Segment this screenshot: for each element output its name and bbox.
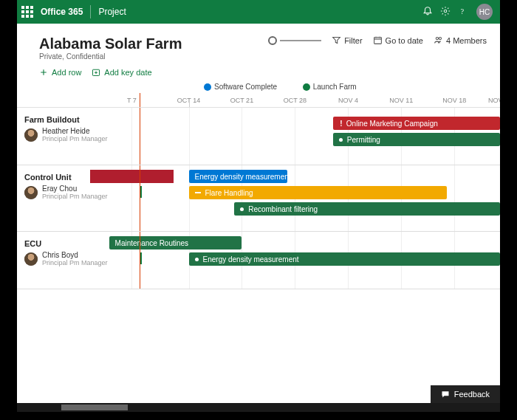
owner-role: Principal Pm Manager [42,135,108,142]
owner-name: Heather Heide [42,127,108,135]
owner-avatar [24,252,38,266]
bullet-icon [195,258,199,261]
suite-name: Office 365 [41,7,83,17]
task-label: Flare Handling [205,189,253,197]
task-bar[interactable]: Maintenance Routines [109,236,242,249]
goto-date-button[interactable]: Go to date [373,35,423,45]
timeline-group: Control UnitEray ChouPrincipal Pm Manage… [17,165,500,232]
task-label: Energy density measurement [195,173,288,181]
svg-point-3 [436,37,438,39]
project-title: Alabama Solar Farm [39,35,182,52]
project-header: Alabama Solar Farm Private, Confidential… [17,24,500,68]
group-owner[interactable]: Chris BoydPrincipal Pm Manager [24,251,114,266]
timeline-date: NOV 4 [338,97,358,104]
today-indicator [140,108,140,165]
divider [90,5,91,18]
timeline-group: Farm BuildoutHeather HeidePrincipal Pm M… [17,108,500,165]
bullet-icon [240,207,244,211]
milestone-label: Software Complete [214,83,277,91]
task-bar[interactable]: Energy density measurement [189,170,288,183]
group-owner[interactable]: Heather HeidePrincipal Pm Manager [24,127,114,142]
members-button[interactable]: 4 Members [434,35,487,45]
owner-role: Principal Pm Manager [42,193,108,200]
add-key-date-button[interactable]: Add key date [92,68,151,77]
timeline: T 7OCT 14OCT 21OCT 28NOV 4NOV 11NOV 18NO… [17,83,500,403]
today-indicator [140,165,140,231]
svg-text:?: ? [461,7,465,15]
owner-name: Chris Boyd [42,251,108,259]
members-label: 4 Members [446,36,487,45]
dash-icon [195,192,201,193]
settings-icon[interactable] [436,6,454,18]
zoom-track [280,40,321,41]
filter-label: Filter [344,36,362,45]
group-chart[interactable]: Energy density measurementFlare Handling… [120,165,500,231]
milestone[interactable]: Launch Farm [303,83,357,91]
group-title: ECU [24,239,114,248]
notifications-icon[interactable] [419,6,436,18]
add-key-date-label: Add key date [104,68,151,77]
task-bar[interactable] [90,170,174,183]
gridline [189,108,190,165]
gridline [131,108,132,165]
task-bar[interactable]: !Online Marketing Campaign [333,117,500,130]
task-label: Permitting [347,136,380,144]
today-indicator [140,232,140,289]
group-label: Farm BuildoutHeather HeidePrincipal Pm M… [17,108,120,165]
task-bar[interactable]: Energy density measurement [189,252,500,266]
timeline-date: OCT 21 [230,97,253,104]
project-subtitle: Private, Confidential [39,52,182,61]
command-bar: Add row Add key date [17,68,500,83]
owner-name: Eray Chou [42,185,108,193]
task-label: Online Marketing Campaign [346,120,438,128]
feedback-label: Feedback [454,390,490,399]
add-row-button[interactable]: Add row [39,68,81,77]
milestone-label: Launch Farm [313,83,357,91]
app-launcher-icon[interactable] [21,6,33,18]
app-name: Project [98,7,126,17]
timeline-date: T 7 [127,97,137,104]
owner-role: Principal Pm Manager [42,259,108,266]
timeline-header: T 7OCT 14OCT 21OCT 28NOV 4NOV 11NOV 18NO… [17,83,500,108]
group-label: ECUChris BoydPrincipal Pm Manager [17,232,120,289]
task-bar[interactable]: Permitting [333,133,500,146]
help-icon[interactable]: ? [454,6,472,18]
task-label: Maintenance Routines [115,239,189,247]
milestone[interactable]: Software Complete [204,83,277,91]
owner-avatar [24,186,38,199]
milestone-dot-icon [204,83,211,91]
gridline [295,108,295,165]
timeline-group: ECUChris BoydPrincipal Pm ManagerMainten… [17,232,500,289]
group-chart[interactable]: !Online Marketing CampaignPermitting [120,108,500,165]
scrollbar-thumb[interactable] [61,404,128,410]
group-owner[interactable]: Eray ChouPrincipal Pm Manager [24,185,114,200]
filter-button[interactable]: Filter [332,35,362,45]
svg-rect-2 [374,37,381,44]
task-label: Recombinant filtering [248,205,318,213]
bullet-icon [339,138,343,142]
horizontal-scrollbar[interactable] [17,403,500,412]
task-bar[interactable]: Flare Handling [189,186,448,199]
milestone-dot-icon [303,83,310,91]
owner-avatar [24,128,38,142]
timeline-date: OCT 28 [284,97,307,104]
zoom-thumb[interactable] [268,36,277,45]
task-bar[interactable]: Recombinant filtering [234,202,500,216]
gridline [242,108,242,165]
feedback-button[interactable]: Feedback [431,385,500,403]
today-indicator [140,93,140,107]
add-row-label: Add row [52,68,81,77]
timeline-date: NOV 25 [488,97,500,104]
timeline-date: NOV 18 [442,97,466,104]
group-chart[interactable]: Maintenance RoutinesEnergy density measu… [120,232,500,289]
titlebar: Office 365 Project ? HC [17,0,500,24]
user-avatar[interactable]: HC [476,4,493,20]
svg-point-0 [444,10,447,13]
timeline-date: NOV 11 [389,97,413,104]
zoom-slider[interactable] [268,36,321,45]
goto-date-label: Go to date [386,36,423,45]
task-label: Energy density measurement [203,255,299,264]
group-title: Farm Buildout [24,115,114,124]
svg-point-4 [439,37,441,39]
alert-icon: ! [339,120,343,128]
